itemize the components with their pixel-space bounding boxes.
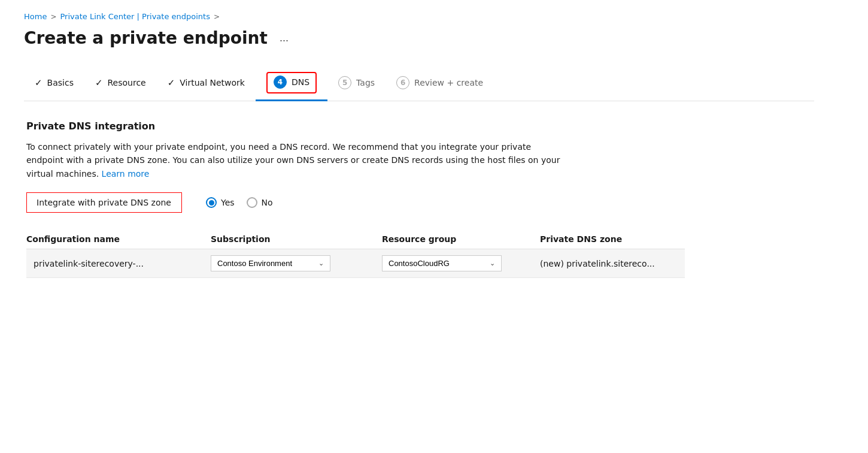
integrate-row: Integrate with private DNS zone Yes No	[26, 192, 812, 213]
wizard-steps: ✓ Basics ✓ Resource ✓ Virtual Network 4 …	[24, 66, 814, 101]
step-label-resource: Resource	[108, 78, 146, 87]
breadcrumb-center[interactable]: Private Link Center | Private endpoints	[60, 12, 210, 21]
radio-yes[interactable]: Yes	[206, 197, 235, 208]
check-icon-vnet: ✓	[168, 77, 175, 88]
radio-no-circle	[247, 197, 257, 208]
col-header-subscription: Subscription	[211, 229, 382, 249]
step-num-dns: 4	[274, 76, 287, 89]
breadcrumb-sep-2: >	[214, 13, 220, 21]
step-virtual-network[interactable]: ✓ Virtual Network	[157, 71, 256, 95]
learn-more-link[interactable]: Learn more	[102, 169, 150, 179]
step-resource[interactable]: ✓ Resource	[84, 71, 157, 95]
dns-table: Configuration name Subscription Resource…	[26, 229, 685, 278]
content-area: Private DNS integration To connect priva…	[24, 120, 814, 278]
cell-subscription: Contoso Environment ⌄	[211, 249, 382, 278]
step-label-dns: DNS	[292, 77, 309, 87]
step-num-review: 6	[396, 76, 409, 89]
step-label-vnet: Virtual Network	[180, 78, 245, 87]
dns-table-header-row: Configuration name Subscription Resource…	[26, 229, 685, 249]
step-label-review: Review + create	[414, 78, 483, 87]
subscription-chevron-icon: ⌄	[318, 259, 324, 267]
cell-resource-group: ContosoCloudRG ⌄	[382, 249, 540, 278]
ellipsis-button[interactable]: ...	[276, 31, 292, 46]
radio-no[interactable]: No	[247, 197, 273, 208]
col-header-config: Configuration name	[26, 229, 211, 249]
step-basics[interactable]: ✓ Basics	[24, 71, 84, 95]
page-container: Home > Private Link Center | Private end…	[0, 0, 838, 290]
step-review-create[interactable]: 6 Review + create	[386, 70, 494, 96]
step-label-tags: Tags	[356, 78, 375, 87]
dns-table-body: privatelink-siterecovery-... Contoso Env…	[26, 249, 685, 278]
check-icon-basics: ✓	[35, 77, 43, 88]
cell-private-dns-zone: (new) privatelink.sitereco...	[540, 249, 685, 278]
page-title-row: Create a private endpoint ...	[24, 28, 814, 48]
radio-yes-label: Yes	[221, 198, 235, 207]
radio-yes-circle	[206, 197, 217, 208]
integrate-label: Integrate with private DNS zone	[26, 192, 182, 213]
check-icon-resource: ✓	[95, 77, 103, 88]
resource-group-dropdown[interactable]: ContosoCloudRG ⌄	[382, 255, 502, 271]
resource-group-value: ContosoCloudRG	[389, 259, 450, 268]
breadcrumb-sep-1: >	[50, 13, 56, 21]
subscription-value: Contoso Environment	[217, 259, 292, 268]
section-description: To connect privately with your private e…	[26, 140, 565, 180]
dns-step-border: 4 DNS	[266, 72, 317, 93]
radio-no-label: No	[262, 198, 273, 207]
step-tags[interactable]: 5 Tags	[327, 70, 386, 96]
resource-group-chevron-icon: ⌄	[490, 259, 495, 267]
col-header-private-dns: Private DNS zone	[540, 229, 685, 249]
page-title: Create a private endpoint	[24, 28, 268, 48]
step-label-basics: Basics	[47, 78, 74, 87]
table-row: privatelink-siterecovery-... Contoso Env…	[26, 249, 685, 278]
step-dns[interactable]: 4 DNS	[256, 66, 327, 101]
cell-config-name: privatelink-siterecovery-...	[26, 249, 211, 278]
subscription-dropdown[interactable]: Contoso Environment ⌄	[211, 255, 330, 271]
breadcrumb-home[interactable]: Home	[24, 12, 47, 21]
dns-table-head: Configuration name Subscription Resource…	[26, 229, 685, 249]
radio-group: Yes No	[206, 197, 273, 208]
step-num-tags: 5	[338, 76, 351, 89]
section-title: Private DNS integration	[26, 120, 812, 132]
breadcrumb: Home > Private Link Center | Private end…	[24, 12, 814, 21]
col-header-resource-group: Resource group	[382, 229, 540, 249]
